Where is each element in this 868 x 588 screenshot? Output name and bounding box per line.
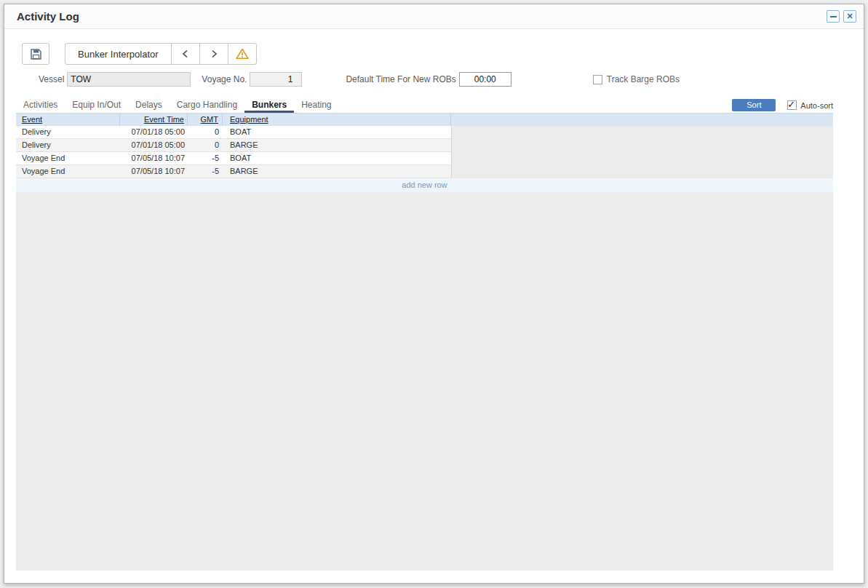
cell-event-time: 07/05/18 10:07 <box>120 152 188 164</box>
prev-voyage-button[interactable] <box>171 43 200 65</box>
tab-equip-in-out[interactable]: Equip In/Out <box>65 100 128 113</box>
cell-equipment: BOAT <box>223 126 451 138</box>
vessel-input[interactable] <box>67 72 191 87</box>
cell-gmt: 0 <box>188 126 223 138</box>
column-header-event-time[interactable]: Event Time <box>120 114 188 126</box>
voyage-form-row: Vessel Voyage No. Default Time For New R… <box>39 72 864 87</box>
auto-sort-checkbox[interactable] <box>787 100 797 110</box>
toolbar-button-group: Bunker Interpolator <box>65 43 257 65</box>
cell-event-time: 07/05/18 10:07 <box>120 165 188 178</box>
tab-bunkers[interactable]: Bunkers <box>244 100 294 113</box>
grid-empty-area <box>16 192 833 571</box>
default-time-input[interactable] <box>459 72 511 87</box>
cell-equipment: BARGE <box>223 165 451 178</box>
cell-event: Delivery <box>16 139 120 151</box>
grid-body: Delivery 07/01/18 05:00 0 BOAT Delivery … <box>16 126 833 571</box>
track-barge-robs-checkbox[interactable] <box>593 75 602 84</box>
voyage-no-input[interactable] <box>250 72 302 87</box>
default-time-label: Default Time For New ROBs <box>346 74 455 84</box>
sort-button[interactable]: Sort <box>732 99 776 111</box>
save-icon <box>30 48 42 60</box>
cell-gmt: -5 <box>188 165 223 178</box>
save-button[interactable] <box>22 43 49 65</box>
bunkers-grid: Event Event Time GMT Equipment Delivery … <box>16 113 833 571</box>
voyage-no-label: Voyage No. <box>202 74 247 84</box>
column-header-gmt[interactable]: GMT <box>188 114 223 126</box>
next-voyage-button[interactable] <box>199 43 228 65</box>
cell-event-time: 07/01/18 05:00 <box>120 126 188 138</box>
table-row[interactable]: Voyage End 07/05/18 10:07 -5 BOAT <box>16 152 452 165</box>
track-barge-robs-label: Track Barge ROBs <box>607 74 680 84</box>
tab-activities[interactable]: Activities <box>16 100 65 113</box>
sort-controls: Sort Auto-sort <box>732 99 833 113</box>
vessel-label: Vessel <box>39 74 64 84</box>
column-header-event[interactable]: Event <box>16 114 120 126</box>
table-row[interactable]: Delivery 07/01/18 05:00 0 BARGE <box>16 139 452 152</box>
add-new-row[interactable]: add new row <box>16 178 833 192</box>
cell-event: Delivery <box>16 126 120 138</box>
cell-gmt: -5 <box>188 152 223 164</box>
minimize-button[interactable] <box>827 10 840 23</box>
tab-strip: Activities Equip In/Out Delays Cargo Han… <box>16 99 833 113</box>
validation-warning-button[interactable] <box>228 43 257 65</box>
minimize-icon <box>830 16 837 17</box>
add-new-row-label: add new row <box>402 180 447 189</box>
window-title: Activity Log <box>17 10 79 23</box>
cell-event: Voyage End <box>16 165 120 178</box>
titlebar: Activity Log ✕ <box>4 4 864 29</box>
window-controls: ✕ <box>827 10 856 23</box>
cell-gmt: 0 <box>188 139 223 151</box>
toolbar: Bunker Interpolator <box>22 43 864 65</box>
chevron-right-icon <box>209 49 219 59</box>
column-header-filler <box>451 114 833 126</box>
table-row[interactable]: Voyage End 07/05/18 10:07 -5 BARGE <box>16 165 452 178</box>
auto-sort-label: Auto-sort <box>800 101 833 110</box>
grid-header-row: Event Event Time GMT Equipment <box>16 114 833 126</box>
cell-event-time: 07/01/18 05:00 <box>120 139 188 151</box>
activity-log-window: Activity Log ✕ Bunker Interpolator <box>4 4 864 584</box>
column-header-equipment[interactable]: Equipment <box>223 114 451 126</box>
tab-delays[interactable]: Delays <box>128 100 170 113</box>
warning-icon <box>236 48 249 60</box>
bunker-interpolator-button[interactable]: Bunker Interpolator <box>65 43 172 65</box>
close-icon: ✕ <box>846 12 853 20</box>
cell-equipment: BARGE <box>223 139 451 151</box>
chevron-left-icon <box>180 49 191 59</box>
cell-event: Voyage End <box>16 152 120 164</box>
cell-equipment: BOAT <box>223 152 451 164</box>
table-row[interactable]: Delivery 07/01/18 05:00 0 BOAT <box>16 126 452 139</box>
tab-heating[interactable]: Heating <box>294 100 338 113</box>
tab-cargo-handling[interactable]: Cargo Handling <box>170 100 244 113</box>
close-button[interactable]: ✕ <box>843 10 856 23</box>
